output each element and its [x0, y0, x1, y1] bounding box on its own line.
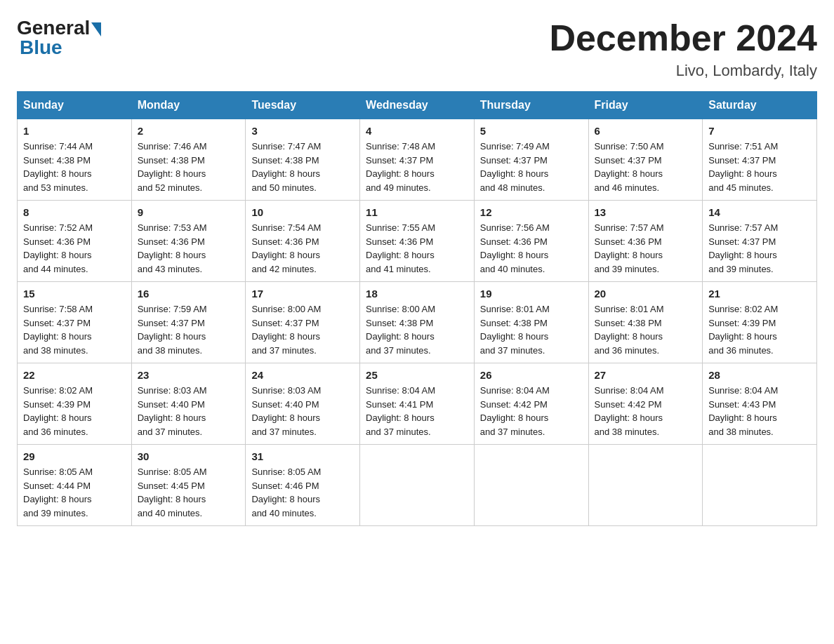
calendar-cell: 20Sunrise: 8:01 AMSunset: 4:38 PMDayligh…: [588, 282, 703, 363]
day-number: 18: [366, 288, 468, 300]
calendar-cell: 10Sunrise: 7:54 AMSunset: 4:36 PMDayligh…: [246, 201, 360, 282]
calendar-cell: 30Sunrise: 8:05 AMSunset: 4:45 PMDayligh…: [131, 445, 246, 526]
day-info: Sunrise: 8:02 AMSunset: 4:39 PMDaylight:…: [708, 302, 811, 357]
calendar-cell: 3Sunrise: 7:47 AMSunset: 4:38 PMDaylight…: [246, 119, 360, 201]
day-number: 2: [138, 125, 240, 137]
calendar-week-row: 15Sunrise: 7:58 AMSunset: 4:37 PMDayligh…: [18, 282, 817, 363]
day-number: 1: [23, 125, 126, 137]
day-info: Sunrise: 8:04 AMSunset: 4:42 PMDaylight:…: [595, 384, 697, 438]
day-info: Sunrise: 7:44 AMSunset: 4:38 PMDaylight:…: [23, 140, 126, 194]
weekday-header-friday: Friday: [588, 92, 703, 119]
calendar-cell: 24Sunrise: 8:03 AMSunset: 4:40 PMDayligh…: [246, 363, 360, 445]
calendar-cell: 6Sunrise: 7:50 AMSunset: 4:37 PMDaylight…: [588, 119, 703, 201]
calendar-cell: 19Sunrise: 8:01 AMSunset: 4:38 PMDayligh…: [474, 282, 588, 363]
day-info: Sunrise: 7:55 AMSunset: 4:36 PMDaylight:…: [366, 221, 468, 276]
calendar-cell: 25Sunrise: 8:04 AMSunset: 4:41 PMDayligh…: [360, 363, 475, 445]
day-info: Sunrise: 7:54 AMSunset: 4:36 PMDaylight:…: [251, 221, 354, 276]
day-info: Sunrise: 7:50 AMSunset: 4:37 PMDaylight:…: [595, 140, 697, 194]
calendar-cell: 12Sunrise: 7:56 AMSunset: 4:36 PMDayligh…: [474, 201, 588, 282]
logo: General Blue: [17, 17, 101, 59]
day-number: 6: [595, 125, 697, 137]
day-info: Sunrise: 7:49 AMSunset: 4:37 PMDaylight:…: [480, 140, 583, 194]
page-header: General Blue December 2024 Livo, Lombard…: [17, 17, 817, 80]
day-info: Sunrise: 7:51 AMSunset: 4:37 PMDaylight:…: [708, 140, 811, 194]
calendar-week-row: 22Sunrise: 8:02 AMSunset: 4:39 PMDayligh…: [18, 363, 817, 445]
calendar-week-row: 8Sunrise: 7:52 AMSunset: 4:36 PMDaylight…: [18, 201, 817, 282]
calendar-cell: [703, 445, 817, 526]
title-block: December 2024 Livo, Lombardy, Italy: [549, 17, 817, 80]
day-info: Sunrise: 8:05 AMSunset: 4:46 PMDaylight:…: [251, 465, 354, 520]
day-info: Sunrise: 7:57 AMSunset: 4:36 PMDaylight:…: [595, 221, 697, 276]
day-info: Sunrise: 8:05 AMSunset: 4:44 PMDaylight:…: [23, 465, 126, 520]
weekday-header-tuesday: Tuesday: [246, 92, 360, 119]
calendar-cell: 16Sunrise: 7:59 AMSunset: 4:37 PMDayligh…: [131, 282, 246, 363]
day-info: Sunrise: 7:58 AMSunset: 4:37 PMDaylight:…: [23, 302, 126, 357]
day-number: 3: [251, 125, 354, 137]
day-info: Sunrise: 7:59 AMSunset: 4:37 PMDaylight:…: [138, 302, 240, 357]
calendar-cell: 18Sunrise: 8:00 AMSunset: 4:38 PMDayligh…: [360, 282, 475, 363]
day-number: 27: [595, 369, 697, 381]
day-info: Sunrise: 8:03 AMSunset: 4:40 PMDaylight:…: [251, 384, 354, 438]
day-info: Sunrise: 8:02 AMSunset: 4:39 PMDaylight:…: [23, 384, 126, 438]
day-number: 29: [23, 450, 126, 462]
day-info: Sunrise: 7:53 AMSunset: 4:36 PMDaylight:…: [138, 221, 240, 276]
location-text: Livo, Lombardy, Italy: [549, 62, 817, 80]
day-number: 17: [251, 288, 354, 300]
calendar-cell: 26Sunrise: 8:04 AMSunset: 4:42 PMDayligh…: [474, 363, 588, 445]
weekday-header-sunday: Sunday: [18, 92, 132, 119]
calendar-cell: 5Sunrise: 7:49 AMSunset: 4:37 PMDaylight…: [474, 119, 588, 201]
day-info: Sunrise: 8:01 AMSunset: 4:38 PMDaylight:…: [595, 302, 697, 357]
day-info: Sunrise: 8:05 AMSunset: 4:45 PMDaylight:…: [138, 465, 240, 520]
day-number: 7: [708, 125, 811, 137]
month-title: December 2024: [549, 17, 817, 59]
day-number: 21: [708, 288, 811, 300]
calendar-cell: 31Sunrise: 8:05 AMSunset: 4:46 PMDayligh…: [246, 445, 360, 526]
calendar-cell: 4Sunrise: 7:48 AMSunset: 4:37 PMDaylight…: [360, 119, 475, 201]
logo-triangle-icon: [91, 22, 101, 36]
calendar-cell: [588, 445, 703, 526]
calendar-cell: 27Sunrise: 8:04 AMSunset: 4:42 PMDayligh…: [588, 363, 703, 445]
calendar-cell: 2Sunrise: 7:46 AMSunset: 4:38 PMDaylight…: [131, 119, 246, 201]
calendar-cell: 17Sunrise: 8:00 AMSunset: 4:37 PMDayligh…: [246, 282, 360, 363]
day-info: Sunrise: 7:57 AMSunset: 4:37 PMDaylight:…: [708, 221, 811, 276]
day-number: 15: [23, 288, 126, 300]
day-number: 25: [366, 369, 468, 381]
calendar-cell: 23Sunrise: 8:03 AMSunset: 4:40 PMDayligh…: [131, 363, 246, 445]
day-number: 16: [138, 288, 240, 300]
calendar-cell: [474, 445, 588, 526]
calendar-cell: 29Sunrise: 8:05 AMSunset: 4:44 PMDayligh…: [18, 445, 132, 526]
day-number: 13: [595, 206, 697, 218]
weekday-header-thursday: Thursday: [474, 92, 588, 119]
weekday-header-row: SundayMondayTuesdayWednesdayThursdayFrid…: [18, 92, 817, 119]
day-number: 14: [708, 206, 811, 218]
day-info: Sunrise: 7:56 AMSunset: 4:36 PMDaylight:…: [480, 221, 583, 276]
logo-blue-text: Blue: [20, 36, 62, 59]
calendar-cell: 9Sunrise: 7:53 AMSunset: 4:36 PMDaylight…: [131, 201, 246, 282]
day-number: 9: [138, 206, 240, 218]
calendar-cell: 21Sunrise: 8:02 AMSunset: 4:39 PMDayligh…: [703, 282, 817, 363]
day-number: 20: [595, 288, 697, 300]
calendar-cell: 13Sunrise: 7:57 AMSunset: 4:36 PMDayligh…: [588, 201, 703, 282]
day-number: 12: [480, 206, 583, 218]
day-number: 30: [138, 450, 240, 462]
day-number: 23: [138, 369, 240, 381]
day-number: 4: [366, 125, 468, 137]
day-info: Sunrise: 8:00 AMSunset: 4:38 PMDaylight:…: [366, 302, 468, 357]
calendar-cell: [360, 445, 475, 526]
day-info: Sunrise: 8:04 AMSunset: 4:42 PMDaylight:…: [480, 384, 583, 438]
calendar-cell: 7Sunrise: 7:51 AMSunset: 4:37 PMDaylight…: [703, 119, 817, 201]
day-number: 11: [366, 206, 468, 218]
weekday-header-saturday: Saturday: [703, 92, 817, 119]
calendar-cell: 22Sunrise: 8:02 AMSunset: 4:39 PMDayligh…: [18, 363, 132, 445]
calendar-cell: 1Sunrise: 7:44 AMSunset: 4:38 PMDaylight…: [18, 119, 132, 201]
day-number: 24: [251, 369, 354, 381]
day-number: 31: [251, 450, 354, 462]
day-info: Sunrise: 8:04 AMSunset: 4:41 PMDaylight:…: [366, 384, 468, 438]
day-number: 10: [251, 206, 354, 218]
day-info: Sunrise: 8:03 AMSunset: 4:40 PMDaylight:…: [138, 384, 240, 438]
day-info: Sunrise: 8:00 AMSunset: 4:37 PMDaylight:…: [251, 302, 354, 357]
calendar-week-row: 1Sunrise: 7:44 AMSunset: 4:38 PMDaylight…: [18, 119, 817, 201]
day-number: 8: [23, 206, 126, 218]
calendar-table: SundayMondayTuesdayWednesdayThursdayFrid…: [17, 91, 817, 526]
calendar-cell: 14Sunrise: 7:57 AMSunset: 4:37 PMDayligh…: [703, 201, 817, 282]
